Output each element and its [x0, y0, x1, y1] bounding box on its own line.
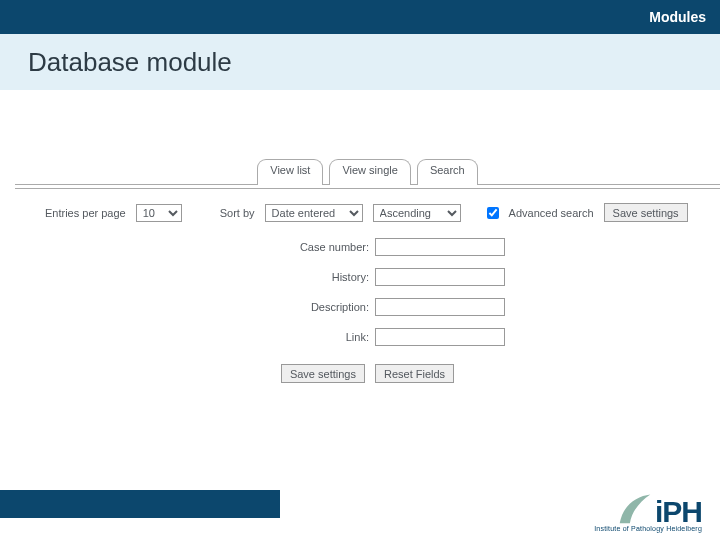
field-row-link: Link: [15, 328, 720, 346]
button-row: Save settings Reset Fields [15, 346, 720, 383]
save-settings-button[interactable]: Save settings [604, 203, 688, 222]
logo-caption: Institute of Pathology Heidelberg [594, 525, 702, 532]
tab-view-single[interactable]: View single [329, 159, 410, 185]
panel: View list View single Search Entries per… [15, 158, 720, 440]
case-number-input[interactable] [375, 238, 505, 256]
description-input[interactable] [375, 298, 505, 316]
field-row-description: Description: [15, 298, 720, 316]
field-row-history: History: [15, 268, 720, 286]
footer-bar [0, 490, 280, 518]
tab-search[interactable]: Search [417, 159, 478, 185]
sort-order-select[interactable]: Ascending [373, 204, 461, 222]
section-label: Modules [649, 9, 706, 25]
sort-by-select[interactable]: Date entered [265, 204, 363, 222]
field-row-case-number: Case number: [15, 238, 720, 256]
save-settings-button-2[interactable]: Save settings [281, 364, 365, 383]
logo: iPH Institute of Pathology Heidelberg [594, 491, 702, 532]
link-input[interactable] [375, 328, 505, 346]
advanced-search-label: Advanced search [509, 207, 594, 219]
footer: iPH Institute of Pathology Heidelberg [0, 460, 720, 540]
logo-swoosh-icon [617, 491, 653, 525]
page-title: Database module [28, 47, 232, 78]
top-bar: Modules [0, 0, 720, 34]
history-input[interactable] [375, 268, 505, 286]
control-bar: Entries per page 10 Sort by Date entered… [15, 189, 720, 234]
advanced-search-checkbox[interactable] [487, 207, 499, 219]
entries-per-page-label: Entries per page [45, 207, 126, 219]
work-area: View list View single Search Entries per… [0, 90, 720, 450]
tab-bar: View list View single Search [15, 158, 720, 184]
link-label: Link: [15, 331, 375, 343]
sort-by-label: Sort by [220, 207, 255, 219]
logo-text: iPH [655, 498, 702, 525]
tab-view-list[interactable]: View list [257, 159, 323, 185]
entries-per-page-select[interactable]: 10 [136, 204, 182, 222]
description-label: Description: [15, 301, 375, 313]
search-form: Case number: History: Description: Link: [15, 234, 720, 346]
case-number-label: Case number: [15, 241, 375, 253]
title-band: Database module [0, 34, 720, 90]
history-label: History: [15, 271, 375, 283]
reset-fields-button[interactable]: Reset Fields [375, 364, 454, 383]
